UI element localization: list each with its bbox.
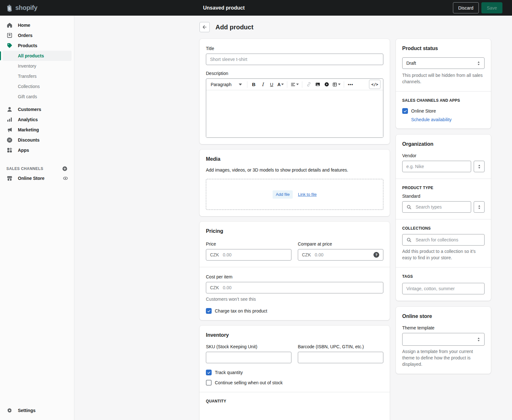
section-divider: [396, 179, 491, 179]
view-store-eye-icon[interactable]: [63, 175, 68, 181]
section-divider: [200, 267, 390, 267]
online-store-checkbox-row[interactable]: Online Store: [402, 108, 485, 114]
editor-toolbar: Paragraph B I U A: [206, 79, 383, 90]
shopify-logo[interactable]: S shopify: [0, 4, 74, 12]
product-status-heading: Product status: [402, 45, 485, 52]
media-dropzone[interactable]: Add file Link to file: [206, 179, 383, 210]
sku-input-wrap: [206, 352, 291, 363]
apps-icon: [6, 147, 13, 153]
section-divider: [396, 91, 491, 92]
underline-button[interactable]: U: [267, 80, 276, 89]
sidebar-item-all-products[interactable]: All products: [3, 51, 72, 61]
sidebar-item-customers[interactable]: Customers: [3, 104, 72, 114]
show-html-button[interactable]: </>: [369, 80, 380, 89]
topbar: S shopify Unsaved product Discard Save: [0, 0, 512, 16]
collections-search-input[interactable]: [416, 237, 480, 242]
marketing-icon: [6, 127, 13, 133]
description-input[interactable]: [206, 90, 383, 137]
link-to-file-link[interactable]: Link to file: [298, 192, 317, 197]
sidebar-item-gift-cards[interactable]: Gift cards: [3, 92, 72, 102]
title-input[interactable]: [210, 57, 379, 62]
compare-price-input[interactable]: [315, 252, 370, 257]
add-sales-channel-button[interactable]: [62, 166, 68, 172]
sidebar-item-home[interactable]: Home: [3, 20, 72, 30]
insert-image-button[interactable]: [313, 80, 322, 89]
paragraph-style-dropdown[interactable]: Paragraph: [206, 79, 245, 90]
select-arrows-icon: [477, 337, 480, 342]
product-status-select[interactable]: Draft: [402, 57, 485, 69]
pricing-heading: Pricing: [206, 228, 383, 234]
sidebar-item-products[interactable]: Products: [3, 41, 72, 51]
track-quantity-checkbox[interactable]: [206, 370, 212, 375]
back-button[interactable]: [200, 22, 210, 32]
type-browse-button[interactable]: [474, 201, 485, 213]
add-file-button[interactable]: Add file: [273, 190, 293, 199]
sidebar-item-transfers[interactable]: Transfers: [3, 71, 72, 81]
sidebar-item-online-store[interactable]: Online Store: [3, 173, 72, 183]
video-icon: [324, 82, 329, 87]
sidebar-item-discounts[interactable]: Discounts: [3, 135, 72, 145]
charge-tax-checkbox-row[interactable]: Charge tax on this product: [206, 308, 383, 314]
main-column: Title Description Paragraph B I U: [200, 39, 390, 420]
sku-input[interactable]: [210, 355, 287, 360]
insert-link-button[interactable]: [304, 80, 313, 89]
chevron-down-icon: [281, 84, 284, 85]
vendor-browse-button[interactable]: [474, 161, 485, 172]
analytics-icon: [6, 116, 13, 123]
topbar-actions: Discard Save: [453, 0, 502, 16]
sidebar: Home Orders Products All products Invent…: [0, 16, 74, 420]
table-icon: [332, 82, 337, 87]
sidebar-item-settings[interactable]: Settings: [3, 405, 72, 416]
customers-icon: [6, 106, 13, 113]
continue-selling-checkbox[interactable]: [206, 380, 212, 386]
insert-video-button[interactable]: [322, 80, 331, 89]
theme-template-select[interactable]: [402, 333, 485, 346]
search-icon: [406, 204, 412, 210]
organization-card: Organization Vendor PRODUCT TYPE Standar…: [396, 135, 491, 301]
online-store-checkbox[interactable]: [402, 108, 408, 114]
sidebar-item-apps[interactable]: Apps: [3, 145, 72, 155]
insert-table-button[interactable]: [331, 80, 342, 89]
bold-button[interactable]: B: [249, 80, 258, 89]
theme-helper-text: Assign a template from your current them…: [402, 348, 485, 367]
vendor-input-wrap: [402, 161, 471, 172]
sidebar-item-marketing[interactable]: Marketing: [3, 125, 72, 135]
help-question-icon[interactable]: ?: [373, 252, 379, 258]
compare-at-price-label: Compare at price: [298, 241, 383, 247]
alignment-button[interactable]: [289, 80, 300, 89]
cost-per-item-input[interactable]: [223, 285, 379, 290]
check-icon: [207, 371, 211, 375]
toolbar-separator: [302, 81, 302, 88]
section-divider: [396, 267, 491, 268]
italic-button[interactable]: I: [258, 80, 267, 89]
description-label: Description: [206, 70, 383, 77]
barcode-input[interactable]: [302, 355, 379, 360]
section-divider: [200, 392, 390, 392]
sidebar-item-orders[interactable]: Orders: [3, 30, 72, 41]
schedule-availability-link[interactable]: Schedule availability: [411, 117, 452, 122]
link-icon: [306, 82, 312, 87]
select-arrows-icon: [478, 205, 481, 210]
save-button[interactable]: Save: [481, 2, 502, 13]
discard-button[interactable]: Discard: [453, 2, 479, 13]
sidebar-item-inventory[interactable]: Inventory: [3, 61, 72, 71]
svg-text:S: S: [8, 7, 11, 11]
tags-input[interactable]: [406, 286, 480, 291]
type-search-input[interactable]: [416, 204, 467, 210]
continue-selling-checkbox-row[interactable]: Continue selling when out of stock: [206, 380, 383, 386]
pricing-card: Pricing Price CZK Compare at price CZK: [200, 222, 390, 320]
page-header: Add product: [200, 22, 512, 32]
charge-tax-checkbox[interactable]: [206, 308, 212, 314]
theme-template-label: Theme template: [402, 325, 485, 331]
track-quantity-checkbox-row[interactable]: Track quantity: [206, 370, 383, 375]
vendor-input[interactable]: [406, 164, 467, 169]
text-color-button[interactable]: A: [276, 80, 285, 89]
sidebar-item-analytics[interactable]: Analytics: [3, 114, 72, 125]
price-input[interactable]: [223, 252, 287, 257]
sidebar-item-collections[interactable]: Collections: [3, 81, 72, 92]
product-status-card: Product status Draft This product will b…: [396, 39, 491, 129]
more-options-button[interactable]: •••: [346, 80, 355, 89]
price-label: Price: [206, 241, 291, 247]
media-heading: Media: [206, 156, 383, 162]
cost-helper-text: Customers won’t see this: [206, 296, 383, 302]
